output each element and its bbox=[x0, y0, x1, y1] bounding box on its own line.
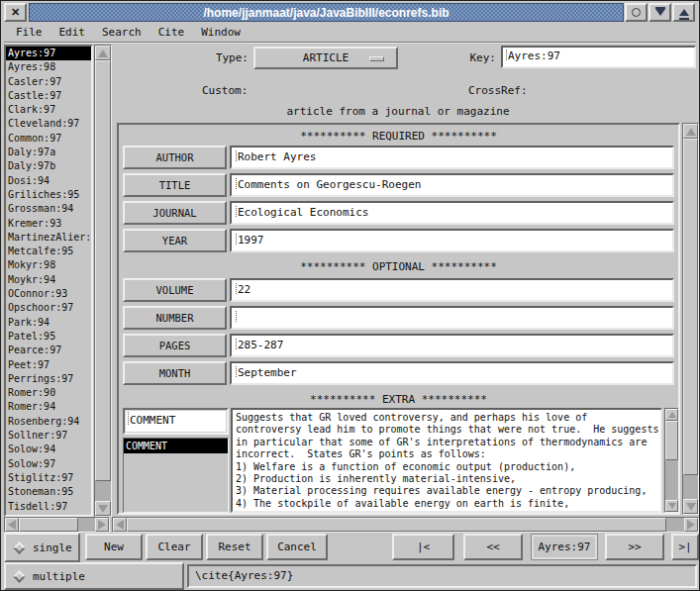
reset-button[interactable]: Reset bbox=[206, 534, 263, 560]
journal-input[interactable]: Ecological Economics bbox=[230, 201, 674, 225]
list-item[interactable]: Ayres:97 bbox=[6, 47, 91, 60]
list-item[interactable]: Clark:97 bbox=[6, 103, 91, 117]
mode-single[interactable]: single bbox=[4, 533, 80, 562]
nav-next-button[interactable]: >> bbox=[605, 534, 664, 560]
number-input[interactable] bbox=[230, 306, 674, 330]
month-label[interactable]: MONTH bbox=[123, 361, 227, 385]
scroll-left-button[interactable] bbox=[5, 518, 19, 532]
list-item[interactable]: Solow:97 bbox=[6, 457, 91, 471]
close-button[interactable]: ✕ bbox=[4, 3, 27, 22]
citation-list-hscrollbar[interactable] bbox=[4, 517, 110, 533]
maximize-button[interactable] bbox=[672, 3, 695, 22]
extra-text-vscrollbar[interactable] bbox=[664, 408, 679, 513]
scroll-right-button[interactable] bbox=[684, 518, 698, 532]
new-button[interactable]: New bbox=[85, 534, 143, 560]
list-item[interactable]: Dosi:94 bbox=[6, 174, 91, 188]
list-item[interactable]: Ayres:98 bbox=[6, 60, 91, 74]
scroll-thumb[interactable] bbox=[683, 139, 698, 475]
list-item[interactable]: Stiglitz:97 bbox=[6, 471, 91, 485]
nav-last-button[interactable]: >| bbox=[671, 534, 699, 560]
year-label[interactable]: YEAR bbox=[123, 229, 227, 252]
number-label[interactable]: NUMBER bbox=[123, 306, 227, 330]
menu-cite[interactable]: Cite bbox=[158, 26, 185, 39]
extra-field-name-input[interactable]: COMMENT bbox=[123, 408, 229, 435]
list-item[interactable]: Daly:97a bbox=[6, 146, 91, 159]
titlebar[interactable]: ✕ /home/jjanmaat/java/JavaBibIII/econref… bbox=[4, 3, 696, 22]
list-item[interactable]: Romer:90 bbox=[6, 386, 91, 400]
list-item[interactable]: Park:94 bbox=[6, 316, 91, 330]
scroll-left-button[interactable] bbox=[113, 518, 127, 532]
list-item[interactable]: Mokyr:98 bbox=[6, 258, 91, 272]
extra-text-area[interactable]: Suggests that GR loved controversy, and … bbox=[231, 408, 662, 513]
extra-field-list[interactable]: COMMENT bbox=[123, 438, 229, 513]
title-input[interactable]: Comments on Georgescu-Roegen bbox=[230, 173, 674, 197]
author-input[interactable]: Robert Ayres bbox=[230, 146, 674, 169]
list-item[interactable]: Kremer:93 bbox=[6, 217, 91, 231]
scroll-up-button[interactable] bbox=[683, 124, 698, 139]
scroll-thumb[interactable] bbox=[127, 518, 666, 532]
list-item[interactable]: Romer:94 bbox=[6, 400, 91, 414]
list-item[interactable]: Daly:97b bbox=[6, 159, 91, 173]
clear-button[interactable]: Clear bbox=[146, 534, 203, 560]
key-input[interactable]: Ayres:97 bbox=[501, 46, 696, 68]
menu-file[interactable]: File bbox=[16, 26, 43, 39]
list-item[interactable]: Grossman:94 bbox=[6, 202, 91, 216]
month-input[interactable]: September bbox=[230, 361, 674, 385]
menu-edit[interactable]: Edit bbox=[59, 26, 86, 39]
list-item[interactable]: COMMENT bbox=[124, 439, 228, 453]
list-item[interactable]: Stoneman:95 bbox=[6, 485, 91, 499]
scroll-thumb[interactable] bbox=[665, 421, 678, 460]
list-item[interactable]: Peet:97 bbox=[6, 358, 91, 372]
list-item[interactable]: Opschoor:97 bbox=[6, 301, 91, 315]
citation-list[interactable]: Ayres:97Ayres:98Casler:97Castle:97Clark:… bbox=[4, 45, 93, 517]
form-hscrollbar[interactable] bbox=[112, 517, 699, 533]
list-item[interactable]: Perrings:97 bbox=[6, 372, 91, 386]
list-item[interactable]: Griliches:95 bbox=[6, 188, 91, 202]
list-item[interactable]: Solow:94 bbox=[6, 443, 91, 456]
cancel-button[interactable]: Cancel bbox=[266, 534, 328, 560]
scroll-up-button[interactable] bbox=[665, 409, 678, 421]
nav-prev-button[interactable]: << bbox=[463, 534, 523, 560]
list-item[interactable]: Patel:95 bbox=[6, 330, 91, 344]
form-vscrollbar[interactable] bbox=[682, 123, 699, 515]
journal-label[interactable]: JOURNAL bbox=[123, 201, 227, 225]
radio-diamond-icon[interactable] bbox=[13, 542, 26, 554]
shade-button[interactable] bbox=[649, 3, 671, 22]
list-item[interactable]: Castle:97 bbox=[6, 89, 91, 103]
list-item[interactable]: Tisdell:97 bbox=[6, 500, 91, 514]
scroll-down-button[interactable] bbox=[683, 499, 698, 514]
volume-input[interactable]: 22 bbox=[230, 278, 674, 302]
list-item[interactable]: Cleveland:97 bbox=[6, 117, 91, 131]
scroll-thumb[interactable] bbox=[19, 518, 78, 532]
type-dropdown[interactable]: ARTICLE bbox=[253, 47, 398, 69]
menu-search[interactable]: Search bbox=[102, 26, 142, 39]
pages-input[interactable]: 285-287 bbox=[230, 334, 674, 357]
scroll-thumb[interactable] bbox=[95, 60, 111, 481]
menu-window[interactable]: Window bbox=[201, 26, 241, 39]
volume-label[interactable]: VOLUME bbox=[123, 278, 227, 302]
nav-current-key[interactable]: Ayres:97 bbox=[531, 534, 598, 560]
nav-first-button[interactable]: |< bbox=[392, 534, 454, 560]
scroll-up-button[interactable] bbox=[95, 46, 111, 60]
list-item[interactable]: MartinezAlier:9 bbox=[6, 231, 91, 245]
list-item[interactable]: Casler:97 bbox=[6, 75, 91, 89]
list-item[interactable]: Pearce:97 bbox=[6, 344, 91, 357]
list-item[interactable]: Sollner:97 bbox=[6, 429, 91, 443]
mode-multiple[interactable]: multiple bbox=[4, 562, 184, 590]
list-item[interactable]: Moykr:94 bbox=[6, 273, 91, 287]
list-item[interactable]: Rosenberg:94 bbox=[6, 415, 91, 429]
citation-list-vscrollbar[interactable] bbox=[94, 45, 112, 517]
title-label[interactable]: TITLE bbox=[123, 173, 227, 197]
radio-diamond-icon[interactable] bbox=[13, 570, 26, 583]
list-item[interactable]: OConnor:93 bbox=[6, 287, 91, 301]
year-input[interactable]: 1997 bbox=[230, 229, 674, 252]
pages-label[interactable]: PAGES bbox=[123, 334, 227, 357]
scroll-down-button[interactable] bbox=[95, 501, 111, 516]
cite-command-field[interactable]: \cite{Ayres:97} bbox=[187, 564, 697, 588]
list-item[interactable]: Common:97 bbox=[6, 132, 91, 146]
scroll-right-button[interactable] bbox=[95, 518, 109, 532]
scroll-down-button[interactable] bbox=[665, 500, 678, 512]
list-item[interactable]: Metcalfe:95 bbox=[6, 245, 91, 258]
author-label[interactable]: AUTHOR bbox=[123, 146, 227, 169]
iconify-button[interactable] bbox=[625, 3, 648, 22]
